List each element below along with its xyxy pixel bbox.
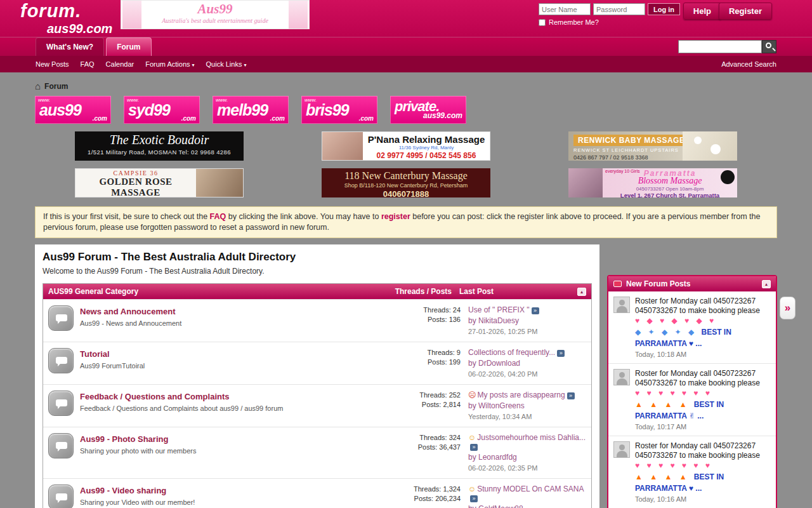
breadcrumb-forum[interactable]: Forum [44, 82, 68, 91]
last-post-date: Yesterday, 10:34 AM [468, 412, 586, 421]
banner-bris99[interactable]: www. bris99 .com [301, 96, 377, 124]
search-button[interactable] [762, 40, 776, 53]
sidebar-header: New Forum Posts ▴ [608, 276, 776, 291]
register-button[interactable]: Register [719, 3, 772, 20]
sidebar-post-link[interactable]: Roster for Monday call 0450723267 045073… [635, 369, 771, 388]
category-aus99-general: AUS99 General Category Threads / Posts L… [43, 283, 592, 508]
search-box [678, 40, 776, 53]
forum-description: Feedback / Questions and Complaints abou… [80, 404, 370, 412]
forum-description: Aus99 ForumTutoiral [80, 362, 370, 370]
post-time: Today, 10:18 AM [635, 351, 771, 358]
go-to-last-post-icon[interactable]: » [567, 392, 575, 399]
page-title: Aus99 Forum - The Best Australia Adult D… [43, 251, 592, 264]
last-post-link[interactable]: Collections of frequently... [468, 348, 555, 357]
username-input[interactable] [539, 3, 591, 15]
advanced-search-link[interactable]: Advanced Search [721, 60, 776, 68]
ad-renwick-massage[interactable]: RENWICK BABY MASSAGE RENWICK ST LEICHHAR… [568, 131, 737, 161]
page-subtitle: Welcome to the Aus99 Forum - The Best Au… [43, 267, 592, 276]
toolbar-calendar[interactable]: Calendar [106, 60, 134, 68]
forum-title-link[interactable]: Aus99 - Video sharing [80, 486, 166, 495]
ad-exotic-boudoir[interactable]: The Exotic Boudoir 1/521 Military Road, … [75, 131, 244, 161]
collapse-category-button[interactable]: ▴ [577, 288, 586, 296]
column-threads-posts: Threads / Posts [367, 287, 459, 296]
banner-private-aus99[interactable]: private. aus99.com [390, 96, 466, 124]
sidebar-post-link[interactable]: Roster for Monday call 0450723267 045073… [635, 297, 771, 316]
go-to-last-post-icon[interactable]: » [470, 495, 478, 502]
toolbar-quick-links[interactable]: Quick Links▾ [206, 60, 247, 68]
ad-row-1: The Exotic Boudoir 1/521 Military Road, … [75, 131, 737, 161]
avatar[interactable] [613, 369, 630, 385]
column-last-post: Last Post [459, 287, 577, 296]
sidebar-post-link[interactable]: Roster for Monday call 0450723267 045073… [635, 441, 771, 460]
forum-description: Sharing your photo with our members [80, 447, 370, 455]
emoji-hearts-row: ♥ ◆ ♥ ◆ ♥ ◆ ♥ [635, 316, 771, 326]
ad-golden-rose-massage[interactable]: CAMPSIE 36 GOLDEN ROSE MASSAGE 36 NORTH … [75, 168, 244, 197]
tab-whats-new[interactable]: What's New? [36, 37, 104, 56]
banner-title: Aus99 [121, 1, 309, 17]
forum-stats: Threads: 252 Posts: 2,814 [376, 391, 468, 421]
last-post-author[interactable]: by Leonardfdg [468, 453, 586, 462]
help-button[interactable]: Help [683, 3, 721, 20]
forum-title-link[interactable]: News and Annoucement [80, 307, 175, 316]
last-post-author[interactable]: by WiltonGreens [468, 401, 586, 410]
logo-line2: aus99.com [47, 22, 112, 35]
forum-main: Aus99 Forum - The Best Australia Adult D… [35, 244, 599, 508]
forum-stats: Threads: 1,324 Posts: 206,234 [376, 485, 468, 508]
ad-logo [721, 170, 735, 184]
search-icon [766, 43, 771, 48]
forum-stats: Threads: 9 Posts: 199 [376, 348, 468, 378]
forum-title-link[interactable]: Aus99 - Photo Sharing [80, 434, 168, 444]
notice-register-link[interactable]: register [381, 212, 410, 221]
header-banner-ad[interactable]: Aus99 Australia's best adult entertainme… [121, 0, 310, 29]
banner-subtitle: Australia's best adult entertainment gui… [121, 17, 309, 24]
ad-photo [196, 169, 243, 197]
last-post-date: 27-01-2026, 10:25 PM [468, 327, 586, 336]
remember-me-checkbox[interactable] [539, 19, 546, 26]
go-to-last-post-icon[interactable]: » [532, 307, 539, 314]
notice-faq-link[interactable]: FAQ [210, 212, 226, 221]
avatar[interactable] [613, 297, 630, 313]
password-input[interactable] [593, 3, 645, 15]
banner-melb99[interactable]: www. melb99 .com [213, 96, 289, 124]
last-post-author[interactable]: by DrDownload [468, 359, 586, 368]
site-logo[interactable]: forum. aus99.com [20, 2, 112, 35]
chevron-down-icon: ▾ [244, 62, 246, 68]
last-post-link[interactable]: Use of " PREFIX " [468, 305, 530, 314]
home-icon[interactable]: ⌂ [35, 81, 41, 91]
last-post-author[interactable]: by GoldMeow88 [468, 504, 586, 508]
forum-icon [48, 348, 74, 373]
last-post-date: 06-02-2026, 04:20 PM [468, 370, 586, 378]
post-time: Today, 10:17 AM [635, 423, 771, 431]
last-post-cell: ☹My posts are disappearng» by WiltonGree… [468, 391, 586, 421]
banner-aus99[interactable]: www. aus99 .com [35, 96, 111, 124]
last-post-cell: Use of " PREFIX "» by NikitaDuesy 27-01-… [468, 305, 586, 336]
go-to-last-post-icon[interactable]: » [557, 350, 565, 357]
banner-dancer-right [289, 1, 308, 29]
emoji-hearts-row: ♥ ♥ ♥ ♥ ♥ ♥ ♥ [635, 388, 771, 398]
tab-forum[interactable]: Forum [106, 37, 151, 56]
forum-stats: Threads: 24 Posts: 136 [376, 305, 468, 336]
ad-118-canterbury-massage[interactable]: 118 New Canterbury Massage Shop B/118-12… [322, 168, 490, 197]
forum-title-link[interactable]: Feedback / Questions and Complaints [80, 392, 230, 401]
angry-emoji-icon: ☹ [468, 391, 476, 399]
search-input[interactable] [678, 40, 762, 53]
last-post-link[interactable]: Stunny MODEL On CAM SANA [477, 485, 584, 493]
ad-pnana-massage[interactable]: P'Nana Relaxing Massage 11/36 Sydney Rd,… [322, 131, 490, 161]
last-post-link[interactable]: Justsomehourhoe miss Dahlia... [477, 433, 586, 442]
toolbar-forum-actions[interactable]: Forum Actions▾ [145, 60, 194, 68]
toolbar-new-posts[interactable]: New Posts [36, 60, 69, 68]
collapse-sidebar-button[interactable]: ▴ [762, 280, 771, 288]
login-button[interactable]: Log in [648, 3, 680, 15]
go-to-last-post-icon[interactable]: » [470, 444, 478, 451]
forum-title-link[interactable]: Tutorial [80, 349, 110, 359]
last-post-link[interactable]: My posts are disappearng [478, 391, 565, 399]
avatar[interactable] [613, 441, 630, 458]
banner-syd99[interactable]: www. syd99 .com [124, 96, 200, 124]
forum-icon [48, 433, 74, 458]
sidebar-collapse-toggle[interactable]: » [780, 297, 796, 319]
ad-blossom-massage[interactable]: everyday 10 Girls Parramatta Blossom Mas… [568, 168, 737, 197]
last-post-author[interactable]: by NikitaDuesy [468, 316, 586, 325]
new-forum-posts-icon [613, 281, 622, 287]
toolbar-faq[interactable]: FAQ [81, 60, 95, 68]
ad-photo [683, 131, 737, 161]
